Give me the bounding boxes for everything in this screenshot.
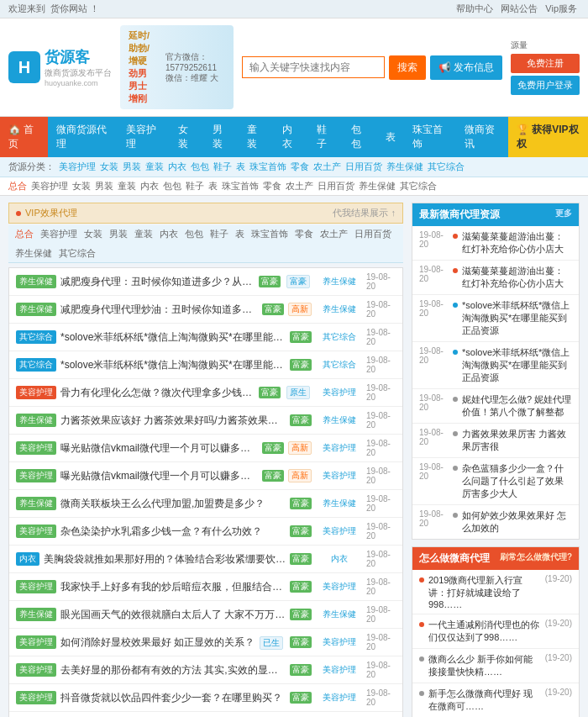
nav-jewelry[interactable]: 珠宝首饰 — [404, 117, 456, 157]
sidebar-post-link[interactable]: 滋菊蔓菜蔓超游油出蔓：红灯补充给你心仿小店大 — [462, 230, 572, 256]
sidebar-post-link[interactable]: 妮娃代理怎么做? 妮娃代理价值！第八个微了解整都 — [462, 393, 572, 419]
stab-snack2[interactable]: 零食 — [263, 180, 281, 192]
sidebar-post-link[interactable]: 力酱效果效果厉害 力酱效果厉害很 — [462, 428, 572, 453]
stab-jewelry2[interactable]: 珠宝首饰 — [222, 180, 259, 192]
post-section: 其它综合 — [316, 331, 362, 343]
help-link[interactable]: 帮助中心 — [456, 3, 493, 13]
list-item: 微商么么少 新手你如何能接接量快快精…… (19-20) — [412, 649, 579, 683]
vip-toggle[interactable]: 代我结果展示 ↑ — [333, 207, 396, 219]
cat-farm[interactable]: 农土产 — [313, 161, 341, 173]
sidebar-how-link[interactable]: 新手怎么微微商代理好 现在微商可…… — [428, 688, 541, 713]
post-cat-badge: 美容护理 — [16, 469, 56, 482]
sidebar-post-link[interactable]: 滋菊蔓菜蔓超游油出蔓：红灯补充给你心仿小店大 — [462, 265, 572, 290]
stab-daily2[interactable]: 日用百货 — [318, 180, 354, 192]
cat-shoes[interactable]: 鞋子 — [213, 161, 232, 173]
nav-news[interactable]: 微商资讯 — [456, 117, 508, 157]
ttab-daily[interactable]: 日用百货 — [354, 228, 391, 240]
sidebar-post-link[interactable]: *solove米菲纸杯纸*微信上淘淘微购买*在哪里能买到正品资源 — [462, 299, 572, 337]
table-row: 美容护理 如何消除好显校效果最好 如正显效的关系？ 已生 富豪 美容护理 19-… — [9, 629, 402, 656]
ttab-beauty[interactable]: 美容护理 — [40, 228, 77, 240]
ttab-watch[interactable]: 表 — [235, 228, 244, 240]
ttab-jewelry[interactable]: 珠宝首饰 — [251, 228, 288, 240]
cat-other[interactable]: 其它综合 — [428, 161, 465, 173]
search-input[interactable] — [242, 56, 385, 78]
sidebar-post-link[interactable]: 如何妒效少效果效果好 怎么加效的 — [462, 509, 572, 535]
ttab-bags[interactable]: 包包 — [185, 228, 203, 240]
stab-children2[interactable]: 童装 — [118, 180, 136, 192]
ttab-all[interactable]: 总合 — [15, 228, 34, 240]
sidebar-more-link[interactable]: 更多 — [555, 208, 572, 222]
stab-farm2[interactable]: 农土产 — [286, 180, 313, 192]
cat-watch[interactable]: 表 — [236, 161, 245, 173]
ttab-men[interactable]: 男装 — [109, 228, 128, 240]
nav-shoes[interactable]: 鞋子 — [308, 117, 343, 157]
stab-other2[interactable]: 其它综合 — [400, 180, 437, 192]
sidebar-how-title: 怎么做微商代理 刷常怎么做微代理? — [412, 547, 579, 570]
cat-beauty[interactable]: 美容护理 — [59, 161, 96, 173]
stab-watch2[interactable]: 表 — [208, 180, 218, 192]
cat-daily[interactable]: 日用百货 — [345, 161, 382, 173]
nav-children[interactable]: 童装 — [239, 117, 273, 157]
stab-women2[interactable]: 女装 — [72, 180, 91, 192]
ttab-snack[interactable]: 零食 — [295, 228, 313, 240]
register-button[interactable]: 免费注册 — [511, 54, 580, 73]
announce-link[interactable]: 网站公告 — [501, 3, 538, 13]
sidebar-dot — [419, 656, 424, 662]
ttab-other[interactable]: 其它综合 — [59, 247, 96, 260]
stab-beauty[interactable]: 美容护理 — [31, 180, 68, 192]
banner-contact: 官方微信：15779252611 微信：维耀 大 — [165, 51, 225, 84]
nav-women[interactable]: 女装 — [170, 117, 204, 157]
cat-snack[interactable]: 零食 — [291, 161, 309, 173]
cat-men[interactable]: 男装 — [123, 161, 141, 173]
sidebar-post-link[interactable]: *solove米菲纸杯纸*微信上淘淘微购买*在哪里能买到正品资源 — [462, 346, 572, 384]
answer-tag: 富豪 — [262, 442, 284, 454]
nav-vip[interactable]: 🏆 获得VIP权权 — [508, 117, 588, 157]
list-item: 19-08-20 滋菊蔓菜蔓超游油出蔓：红灯补充给你心仿小店大 — [412, 261, 579, 295]
cat-children[interactable]: 童装 — [145, 161, 164, 173]
nav-underwear[interactable]: 内衣 — [274, 117, 308, 157]
post-section: 美容护理 — [316, 664, 362, 676]
login-button[interactable]: 免费用户登录 — [511, 76, 580, 95]
cat-bag[interactable]: 包包 — [191, 161, 209, 173]
stab-underwear2[interactable]: 内衣 — [140, 180, 159, 192]
nav-men[interactable]: 男装 — [204, 117, 239, 157]
stab-all[interactable]: 总合 — [8, 180, 27, 192]
vip-service-link[interactable]: Vip服务 — [545, 3, 577, 13]
sidebar-post-link[interactable]: 杂色蓝猫多少少一盒？什么问题了什么引起了效果厉害多少大人 — [462, 462, 572, 500]
stab-men2[interactable]: 男装 — [95, 180, 113, 192]
ttab-underwear[interactable]: 内衣 — [160, 228, 178, 240]
nav-wechat-source[interactable]: 微商货源代理 — [48, 117, 118, 157]
sidebar-how-link[interactable]: 一代主通减刚消代理也的你们仅仅达到了998…… — [428, 619, 541, 644]
sidebar-date: 19-08-20 — [419, 509, 449, 528]
cat-jewelry[interactable]: 珠宝首饰 — [249, 161, 286, 173]
nav-home[interactable]: 🏠 首页 — [0, 117, 48, 157]
nav-watch[interactable]: 表 — [377, 124, 404, 150]
site-link[interactable]: 货你网站 — [50, 3, 87, 13]
inline-tag: 已生 — [260, 636, 283, 650]
source-label: 源量 — [511, 40, 580, 51]
sidebar-time: (19-20) — [545, 688, 572, 697]
stab-bag2[interactable]: 包包 — [163, 180, 181, 192]
stab-health2[interactable]: 养生保健 — [359, 180, 396, 192]
post-section: 美容护理 — [316, 525, 362, 537]
sidebar-how-more[interactable]: 刷常怎么做微代理? — [500, 551, 572, 566]
sidebar-how-link[interactable]: 微商么么少 新手你如何能接接量快快精…… — [428, 653, 541, 678]
cat-underwear[interactable]: 内衣 — [168, 161, 186, 173]
ttab-women[interactable]: 女装 — [84, 228, 102, 240]
search-button[interactable]: 搜索 — [389, 55, 426, 80]
post-time: 19-08-20 — [366, 688, 396, 707]
nav-bags[interactable]: 包包 — [343, 117, 377, 157]
publish-button[interactable]: 📢 发布信息 — [430, 55, 502, 80]
cat-health[interactable]: 养生保健 — [386, 161, 423, 173]
ttab-shoes[interactable]: 鞋子 — [210, 228, 228, 240]
sidebar-how-link[interactable]: 2019微商代理新入行宣讲：打好就城建设给了998…… — [428, 574, 541, 609]
cat-women[interactable]: 女装 — [100, 161, 118, 173]
vip-label: VIP效果代理 — [25, 207, 77, 219]
nav-beauty[interactable]: 美容护理 — [118, 117, 170, 157]
ttab-health[interactable]: 养生保健 — [15, 247, 52, 260]
ttab-children[interactable]: 童装 — [134, 228, 153, 240]
ttab-farm[interactable]: 农土产 — [320, 228, 348, 240]
stab-shoes2[interactable]: 鞋子 — [186, 180, 204, 192]
main-nav: 🏠 首页 微商货源代理 美容护理 女装 男装 童装 内衣 鞋子 包包 表 珠宝首… — [0, 117, 588, 157]
list-item: 新手怎么微微商代理好 现在微商可…… (19-20) — [412, 683, 579, 717]
